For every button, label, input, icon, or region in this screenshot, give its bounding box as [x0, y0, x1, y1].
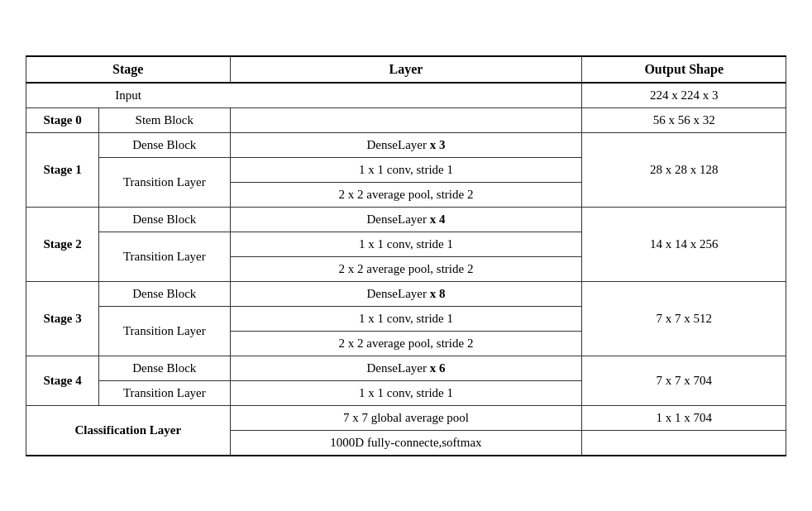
stage4-label: Stage 4: [26, 356, 99, 405]
stage3-dense-layer: DenseLayer x 8: [230, 281, 582, 306]
stage1-trans-sub: Transition Layer: [99, 157, 230, 207]
input-label: Input: [26, 83, 231, 108]
stage3-dense-sub: Dense Block: [99, 281, 230, 306]
table-row: Stage 3 Dense Block DenseLayer x 8 7 x 7…: [26, 281, 786, 306]
stage-header: Stage: [26, 56, 231, 83]
table-row: Input 224 x 224 x 3: [26, 83, 786, 108]
stage3-trans-sub: Transition Layer: [99, 306, 230, 356]
table-row: Stage 0 Stem Block 56 x 56 x 32: [26, 107, 786, 132]
input-layer: [230, 83, 582, 108]
stage4-trans-layer: 1 x 1 conv, stride 1: [230, 380, 582, 405]
stage1-output: 28 x 28 x 128: [582, 132, 786, 207]
stage2-dense-sub: Dense Block: [99, 207, 230, 232]
stage2-label: Stage 2: [26, 207, 99, 281]
stage2-dense-layer: DenseLayer x 4: [230, 207, 582, 232]
class2-layer: 1000D fully-connecte,softmax: [230, 430, 582, 456]
stage0-label: Stage 0: [26, 107, 99, 132]
stage4-output: 7 x 7 x 704: [582, 356, 786, 405]
stage3-output: 7 x 7 x 512: [582, 281, 786, 356]
stage4-trans-sub: Transition Layer: [99, 380, 230, 405]
stage4-dense-layer: DenseLayer x 6: [230, 356, 582, 380]
input-output: 224 x 224 x 3: [582, 83, 786, 108]
stage3-label: Stage 3: [26, 281, 99, 356]
class2-output: [582, 430, 786, 456]
stage1-dense-layer: DenseLayer x 3: [230, 132, 582, 157]
stage4-dense-sub: Dense Block: [99, 356, 230, 380]
stage2-trans1-layer: 1 x 1 conv, stride 1: [230, 232, 582, 256]
stage1-dense-sub: Dense Block: [99, 132, 230, 157]
header-row: Stage Layer Output Shape: [26, 56, 786, 83]
class-label: Classification Layer: [26, 405, 231, 456]
output-header: Output Shape: [582, 56, 786, 83]
stage2-trans-sub: Transition Layer: [99, 232, 230, 281]
layer-header: Layer: [230, 56, 582, 83]
stage1-trans2-layer: 2 x 2 average pool, stride 2: [230, 182, 582, 207]
stage0-layer: [230, 107, 582, 132]
table-wrapper: Stage Layer Output Shape Input 224 x 224…: [26, 55, 786, 456]
table-row: Classification Layer 7 x 7 global averag…: [26, 405, 786, 430]
stage2-trans2-layer: 2 x 2 average pool, stride 2: [230, 256, 582, 281]
architecture-table: Stage Layer Output Shape Input 224 x 224…: [26, 55, 786, 456]
class1-layer: 7 x 7 global average pool: [230, 405, 582, 430]
stage1-label: Stage 1: [26, 132, 99, 207]
stage0-output: 56 x 56 x 32: [582, 107, 786, 132]
stage1-trans1-layer: 1 x 1 conv, stride 1: [230, 157, 582, 182]
stage3-trans2-layer: 2 x 2 average pool, stride 2: [230, 331, 582, 356]
class1-output: 1 x 1 x 704: [582, 405, 786, 430]
stage0-sub: Stem Block: [99, 107, 230, 132]
table-row: Stage 2 Dense Block DenseLayer x 4 14 x …: [26, 207, 786, 232]
stage2-output: 14 x 14 x 256: [582, 207, 786, 281]
stage3-trans1-layer: 1 x 1 conv, stride 1: [230, 306, 582, 331]
table-row: Stage 1 Dense Block DenseLayer x 3 28 x …: [26, 132, 786, 157]
table-row: Stage 4 Dense Block DenseLayer x 6 7 x 7…: [26, 356, 786, 380]
